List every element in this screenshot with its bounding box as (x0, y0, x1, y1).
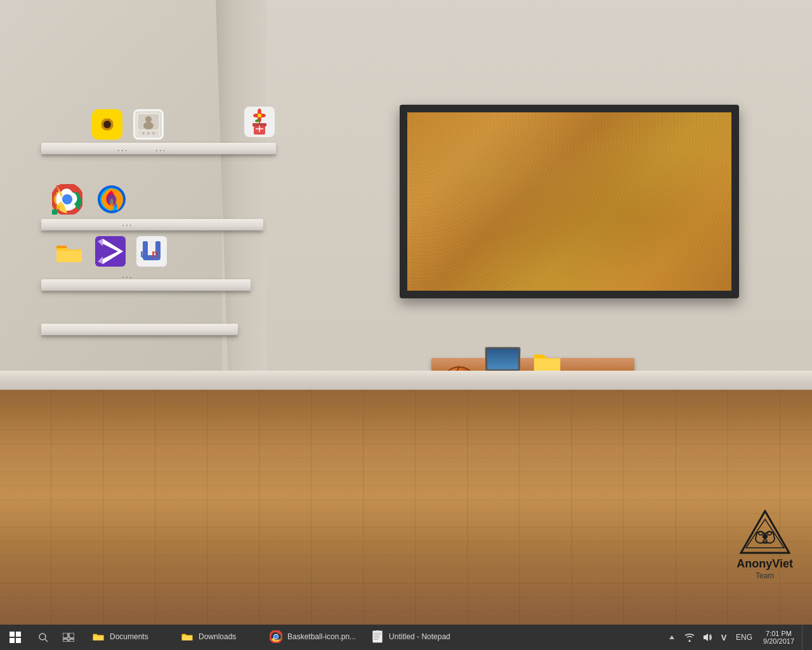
svg-point-6 (113, 122, 122, 127)
task-view-button[interactable] (56, 625, 81, 650)
taskbar: Documents Downloads (0, 625, 812, 650)
svg-rect-85 (376, 630, 378, 632)
icon-chrome[interactable] (52, 184, 82, 215)
tray-language[interactable]: ENG (733, 625, 756, 650)
svg-rect-73 (69, 633, 74, 638)
svg-point-62 (763, 534, 768, 539)
svg-rect-72 (63, 633, 68, 638)
svg-rect-74 (63, 639, 68, 642)
logo-team: Team (737, 571, 793, 580)
svg-rect-66 (10, 632, 15, 637)
svg-rect-24 (256, 128, 263, 129)
floor (0, 371, 812, 625)
icon-flower-pot[interactable] (244, 107, 275, 137)
tray-network-icon[interactable] (682, 625, 697, 650)
taskbar-apps: Documents Downloads (81, 625, 658, 650)
svg-rect-83 (374, 638, 380, 639)
cork-board (400, 105, 739, 298)
svg-rect-84 (374, 639, 378, 640)
svg-point-31 (258, 114, 261, 117)
svg-text:u: u (140, 248, 147, 260)
desktop: ··· ··· ··· (0, 0, 812, 625)
taskbar-app-notepad[interactable]: Untitled - Notepad (363, 625, 458, 650)
taskbar-app-documents[interactable]: Documents (84, 625, 173, 650)
logo-name: AnonyViet (737, 557, 793, 571)
svg-point-14 (145, 116, 152, 123)
taskbar-app-label-chrome: Basketball-icon.pn... (287, 632, 356, 641)
svg-point-19 (152, 132, 155, 135)
svg-marker-86 (669, 635, 674, 639)
icon-unity[interactable]: u n (136, 236, 167, 267)
system-tray: V ENG 7:01 PM 9/20/2017 (658, 625, 812, 650)
taskbar-app-downloads[interactable]: Downloads (173, 625, 262, 650)
svg-point-18 (147, 132, 150, 135)
svg-rect-80 (374, 633, 381, 633)
taskbar-app-label-notepad: Untitled - Notepad (389, 632, 450, 641)
start-button[interactable] (0, 625, 30, 650)
svg-point-70 (39, 633, 46, 640)
svg-rect-37 (52, 209, 57, 215)
show-desktop-button[interactable] (802, 625, 806, 650)
svg-point-78 (274, 635, 278, 639)
taskbar-folder-icon-2 (181, 630, 193, 643)
clock-date: 9/20/2017 (763, 637, 794, 645)
tray-ime-v-icon[interactable]: V (717, 625, 730, 650)
svg-point-3 (105, 110, 110, 119)
svg-point-36 (62, 194, 72, 204)
shelf-3 (41, 279, 251, 291)
svg-marker-60 (741, 511, 789, 553)
anony-logo: AnonyViet Team (737, 510, 793, 580)
svg-rect-82 (374, 636, 379, 637)
shelf-4 (41, 324, 238, 335)
svg-point-4 (105, 130, 110, 139)
taskbar-app-label-downloads: Downloads (199, 632, 236, 641)
svg-rect-68 (10, 638, 15, 643)
dots-row2: ··· (122, 220, 133, 230)
dots-row1-1: ··· (117, 145, 129, 155)
svg-point-15 (143, 122, 154, 129)
tray-volume-icon[interactable] (700, 625, 715, 650)
icon-photo-gallery[interactable] (133, 109, 164, 140)
svg-marker-87 (704, 633, 708, 641)
svg-point-2 (103, 121, 111, 128)
icon-folder-shelf[interactable] (54, 238, 84, 269)
tray-expand-button[interactable] (664, 625, 679, 650)
shelf-2 (41, 219, 263, 230)
system-clock[interactable]: 7:01 PM 9/20/2017 (758, 625, 799, 650)
taskbar-app-chrome[interactable]: Basketball-icon.pn... (262, 625, 363, 650)
taskbar-chrome-icon (270, 630, 282, 643)
svg-point-5 (93, 122, 102, 127)
svg-point-41 (107, 194, 117, 204)
svg-line-71 (45, 639, 48, 642)
baseboard (0, 371, 812, 390)
svg-point-17 (142, 132, 145, 135)
tray-language-label: ENG (736, 633, 752, 642)
svg-rect-81 (374, 635, 381, 635)
dots-row1-2: ··· (155, 145, 167, 155)
svg-rect-75 (69, 639, 74, 642)
svg-text:n: n (152, 248, 159, 260)
icon-sunflower[interactable] (92, 109, 122, 140)
icon-visual-studio[interactable] (95, 236, 126, 267)
taskbar-folder-icon-1 (92, 630, 105, 643)
taskbar-app-label-documents: Documents (110, 632, 148, 641)
taskbar-notepad-icon (371, 630, 384, 643)
search-button[interactable] (30, 625, 56, 650)
clock-time: 7:01 PM (766, 630, 792, 637)
svg-rect-42 (56, 246, 67, 248)
dots-row3: ··· (122, 272, 133, 282)
svg-rect-67 (16, 632, 21, 637)
svg-rect-69 (16, 638, 21, 643)
icon-firefox[interactable] (96, 184, 127, 215)
